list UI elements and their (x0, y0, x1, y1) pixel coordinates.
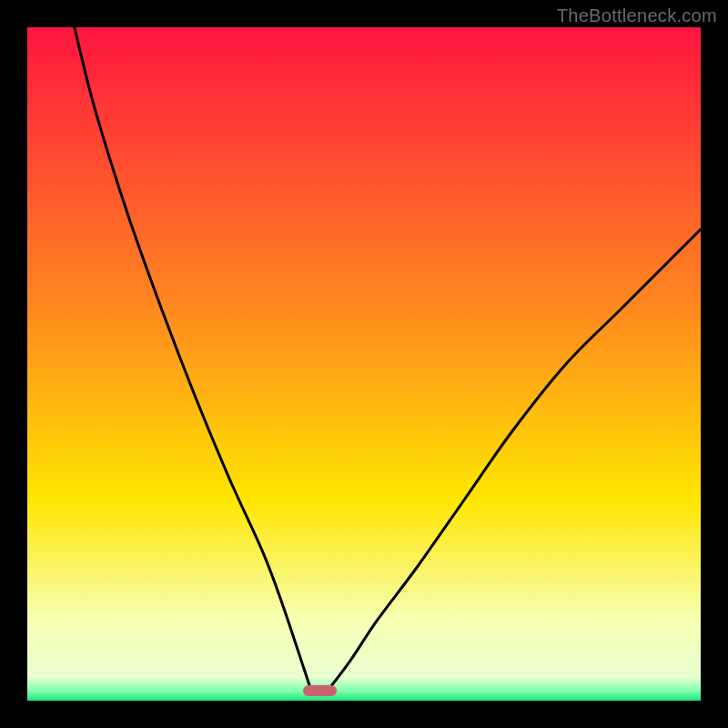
curve-left-branch (75, 27, 310, 687)
plot-curves (27, 27, 701, 701)
plot-frame (27, 27, 701, 701)
min-marker (303, 685, 337, 696)
curve-right-branch (330, 229, 701, 687)
watermark-text: TheBottleneck.com (557, 5, 717, 26)
